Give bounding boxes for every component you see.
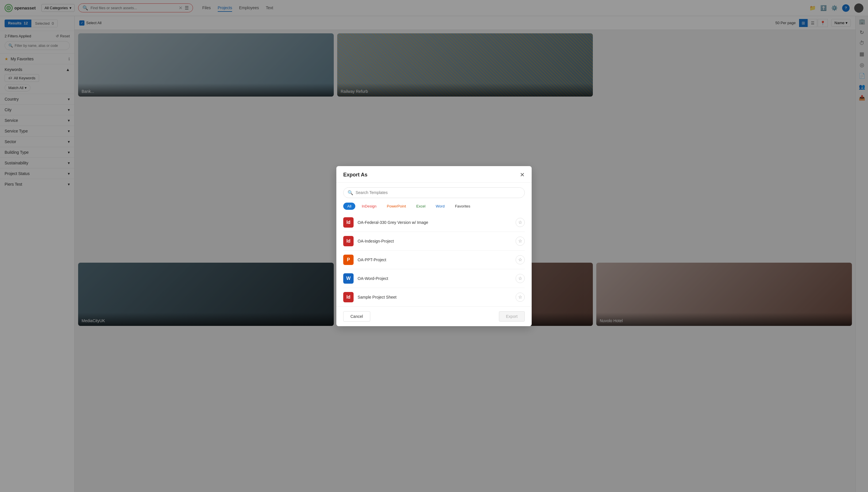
search-icon: 🔍 xyxy=(348,190,353,195)
modal-title: Export As xyxy=(343,172,367,178)
cancel-button[interactable]: Cancel xyxy=(343,311,370,322)
tab-all[interactable]: All xyxy=(343,203,355,210)
export-modal: Export As ✕ 🔍 All InDesign PowerPoint Ex… xyxy=(336,166,532,326)
tab-favorites[interactable]: Favorites xyxy=(451,203,474,210)
template-item[interactable]: P OA-PPT-Project ☆ xyxy=(343,251,525,269)
id-letter: Id xyxy=(347,295,351,300)
favorite-button[interactable]: ☆ xyxy=(516,218,525,227)
template-search-input[interactable] xyxy=(356,190,520,195)
favorite-button[interactable]: ☆ xyxy=(516,237,525,246)
template-name: OA-Word-Project xyxy=(358,276,512,281)
template-icon-ppt: P xyxy=(343,255,354,265)
template-icon-id: Id xyxy=(343,236,354,246)
modal-footer: Cancel Export xyxy=(336,306,532,326)
template-name: OA-Indesign-Project xyxy=(358,239,512,243)
template-name: OA-Federal-330 Grey Version w/ Image xyxy=(358,220,512,225)
template-icon-id: Id xyxy=(343,217,354,228)
tab-indesign[interactable]: InDesign xyxy=(358,203,380,210)
template-list: Id OA-Federal-330 Grey Version w/ Image … xyxy=(336,213,532,306)
template-item[interactable]: Id OA-Indesign-Project ☆ xyxy=(343,232,525,251)
ppt-letter: P xyxy=(347,257,350,262)
modal-close-button[interactable]: ✕ xyxy=(520,172,525,178)
tab-word[interactable]: Word xyxy=(432,203,449,210)
template-filter-tabs: All InDesign PowerPoint Excel Word Favor… xyxy=(336,203,532,213)
template-item[interactable]: Id OA-Federal-330 Grey Version w/ Image … xyxy=(343,213,525,232)
template-icon-word: W xyxy=(343,273,354,284)
template-search-container: 🔍 xyxy=(343,188,525,198)
favorite-button[interactable]: ☆ xyxy=(516,274,525,283)
template-name: Sample Project Sheet xyxy=(358,295,512,299)
template-item[interactable]: Id Sample Project Sheet ☆ xyxy=(343,288,525,306)
modal-header: Export As ✕ xyxy=(336,166,532,183)
modal-search-area: 🔍 xyxy=(336,183,532,203)
tab-powerpoint[interactable]: PowerPoint xyxy=(383,203,410,210)
favorite-button[interactable]: ☆ xyxy=(516,255,525,264)
id-letter: Id xyxy=(347,239,351,244)
template-name: OA-PPT-Project xyxy=(358,257,512,262)
export-button[interactable]: Export xyxy=(499,311,525,322)
favorite-button[interactable]: ☆ xyxy=(516,293,525,302)
modal-overlay[interactable]: Export As ✕ 🔍 All InDesign PowerPoint Ex… xyxy=(0,0,868,492)
template-icon-id: Id xyxy=(343,292,354,302)
word-letter: W xyxy=(346,276,351,281)
id-letter: Id xyxy=(347,220,351,225)
template-item[interactable]: W OA-Word-Project ☆ xyxy=(343,269,525,288)
tab-excel[interactable]: Excel xyxy=(412,203,429,210)
